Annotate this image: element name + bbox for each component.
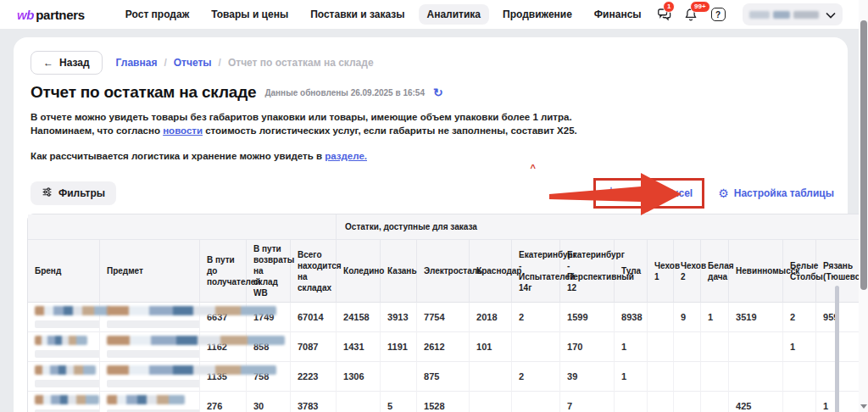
table-cell	[336, 392, 380, 412]
table-cell: 7087	[290, 332, 336, 362]
table-cell: 39	[559, 362, 614, 392]
table-cell: 8938	[614, 303, 647, 332]
table-cell	[815, 332, 864, 362]
table-cell	[728, 332, 782, 362]
scrollbar-down-arrow[interactable]	[860, 404, 867, 409]
page-scrollbar[interactable]	[859, 0, 868, 412]
redacted-subject-cell	[99, 303, 199, 332]
breadcrumb-home[interactable]: Главная	[116, 57, 158, 69]
breadcrumb-separator: /	[164, 57, 166, 69]
help-button[interactable]: ?	[709, 5, 727, 24]
table-row: 6637174967014241583913775420182159989389…	[28, 303, 864, 332]
breadcrumb-reports[interactable]: Отчеты	[174, 57, 212, 69]
table-cell: 7	[559, 392, 614, 412]
menu-item-4[interactable]: Продвижение	[494, 4, 581, 25]
description-line2-suffix: стоимость логистических услуг, если габа…	[203, 125, 577, 136]
back-button[interactable]: ← Назад	[31, 51, 103, 75]
back-arrow-icon: ←	[43, 57, 53, 69]
page-scrollbar-thumb[interactable]	[860, 20, 867, 290]
column-header-9: Екатеринбург - Испытателей 14г	[511, 240, 559, 303]
table-cell: 3783	[290, 392, 336, 412]
download-excel-label: Скачать Excel	[623, 187, 693, 199]
column-header-2: В пути до получателей	[199, 240, 246, 303]
table-settings-label: Настройка таблицы	[734, 187, 834, 199]
menu-item-2[interactable]: Поставки и заказы	[302, 4, 413, 25]
table-cell: 67014	[290, 303, 336, 332]
table-cell: 425	[728, 392, 782, 412]
menu-item-1[interactable]: Товары и цены	[203, 4, 297, 25]
table-cell: 1191	[380, 332, 416, 362]
chevron-down-icon	[826, 7, 836, 22]
back-label: Назад	[59, 57, 90, 69]
column-header-3: В пути возвраты на склад WB	[246, 240, 290, 303]
news-link[interactable]: новости	[163, 125, 203, 136]
account-name-redacted	[749, 11, 819, 19]
column-header-14: Белая дача	[700, 240, 728, 303]
table-cell: 2223	[290, 362, 336, 392]
table-cell: 1	[700, 303, 728, 332]
table-cell	[647, 362, 673, 392]
table-settings-button[interactable]: ⚙ Настройка таблицы	[718, 187, 834, 199]
table-cell	[647, 303, 673, 332]
table-cell: 2018	[469, 303, 511, 332]
column-header-15: Невинномысск	[728, 240, 782, 303]
table-cell: 1	[614, 362, 647, 392]
redacted-brand-cell	[28, 303, 99, 332]
redacted-subject-cell	[99, 332, 199, 362]
table-cell	[782, 362, 815, 392]
table-cell: 3913	[380, 303, 416, 332]
table-cell	[728, 362, 782, 392]
refresh-icon[interactable]: ↻	[433, 86, 443, 98]
help-icon: ?	[711, 8, 726, 21]
notifications-button[interactable]: 99+	[682, 5, 700, 24]
breadcrumb: ← Назад Главная / Отчеты / Отчет по оста…	[27, 51, 834, 75]
data-updated-label: Данные обновлены 26.09.2025 в 16:54	[264, 88, 425, 97]
table-cell	[647, 392, 673, 412]
filters-button[interactable]: Фильтры	[31, 181, 116, 205]
table-cell: 1528	[416, 392, 469, 412]
report-description: В отчете можно увидеть товары без габари…	[31, 110, 834, 137]
group-header: Остатки, доступные для заказа	[336, 214, 864, 240]
table-cell	[614, 392, 647, 412]
table-cell	[380, 362, 416, 392]
table-cell	[782, 392, 815, 412]
redacted-brand-cell	[28, 332, 99, 362]
table-cell: 276	[199, 392, 246, 412]
table-cell: 2	[782, 303, 815, 332]
table-scrollbar[interactable]	[835, 286, 839, 412]
table-cell	[469, 392, 511, 412]
table-cell	[511, 332, 559, 362]
redacted-subject-cell	[99, 362, 199, 392]
chat-badge: 1	[663, 1, 675, 13]
column-header-1: Предмет	[99, 240, 199, 303]
table-cell: 1	[815, 392, 864, 412]
table-row: 1135758222313068752391	[28, 362, 864, 392]
chat-button[interactable]: 1	[654, 5, 673, 24]
menu-item-3[interactable]: Аналитика	[419, 4, 490, 25]
description-line1: В отчете можно увидеть товары без габари…	[31, 112, 572, 122]
redacted-subject-cell	[99, 392, 199, 412]
section-link[interactable]: разделе.	[325, 151, 367, 161]
menu-item-0[interactable]: Рост продаж	[117, 4, 198, 25]
account-menu[interactable]	[743, 3, 843, 25]
gear-icon: ⚙	[718, 187, 729, 199]
description-line3-prefix: Как рассчитывается логистика и хранение …	[31, 151, 325, 161]
table-cell: 5	[380, 392, 416, 412]
table-cell	[673, 392, 700, 412]
wb-partners-logo[interactable]: wb partners	[17, 8, 85, 22]
breadcrumb-separator: /	[219, 57, 221, 69]
table-cell: 2	[511, 303, 559, 332]
download-excel-button[interactable]: Скачать Excel	[593, 178, 705, 209]
menu-item-5[interactable]: Финансы	[586, 4, 650, 25]
notifications-badge: 99+	[690, 1, 710, 13]
table-cell	[700, 362, 728, 392]
table-scrollbar-thumb[interactable]	[835, 286, 839, 412]
top-navigation: wb partners Рост продажТовары и ценыПост…	[0, 0, 868, 29]
table-cell: 1599	[559, 303, 614, 332]
download-icon	[605, 186, 617, 201]
table-cell	[673, 332, 700, 362]
table-cell: 1306	[336, 362, 380, 392]
table-cell	[511, 392, 559, 412]
table-cell: 1	[782, 332, 815, 362]
column-header-10: Екатеринбург - Перспективный 12	[559, 240, 614, 303]
